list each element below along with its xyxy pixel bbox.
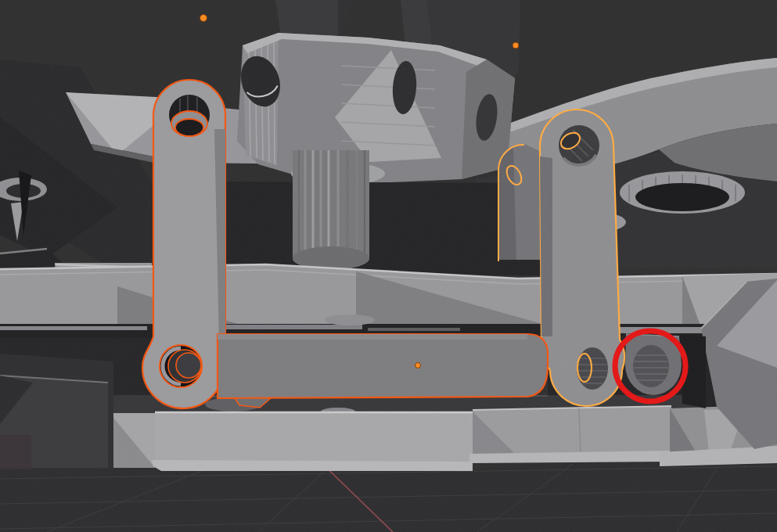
counterbore-hole-large (620, 171, 745, 214)
left-arm-top-hole (169, 95, 210, 136)
connecting-bar[interactable] (218, 334, 548, 408)
counterbore-bore (175, 119, 203, 136)
bar-body[interactable] (218, 334, 548, 398)
bottom-plates[interactable] (110, 404, 777, 471)
origin-dot[interactable] (200, 15, 207, 22)
counterbore-inner (176, 353, 201, 378)
dark-box-tint (0, 435, 31, 469)
right-arm-bevel (540, 156, 552, 336)
origin-dot[interactable] (415, 363, 421, 368)
left-arm-bottom-hole (160, 345, 202, 387)
rail-a (0, 326, 147, 330)
far-plate-shade (498, 147, 516, 260)
3d-viewport[interactable] (0, 0, 777, 532)
right-link-arm[interactable] (540, 110, 624, 406)
origin-dot[interactable] (513, 42, 519, 49)
bar-top-strip (218, 334, 527, 340)
right-arm-bottom-hole (577, 347, 608, 390)
center-bracket-block[interactable] (235, 33, 515, 183)
cavity-shadow (205, 182, 540, 275)
rail-c (368, 328, 460, 331)
boss-hole (633, 345, 669, 387)
bottom-left-box[interactable] (0, 354, 113, 469)
rail-boss-sliver (325, 315, 375, 325)
left-link-arm[interactable] (142, 80, 226, 408)
center-cylinder[interactable] (293, 150, 369, 270)
plate-seg2-lip (152, 460, 473, 471)
